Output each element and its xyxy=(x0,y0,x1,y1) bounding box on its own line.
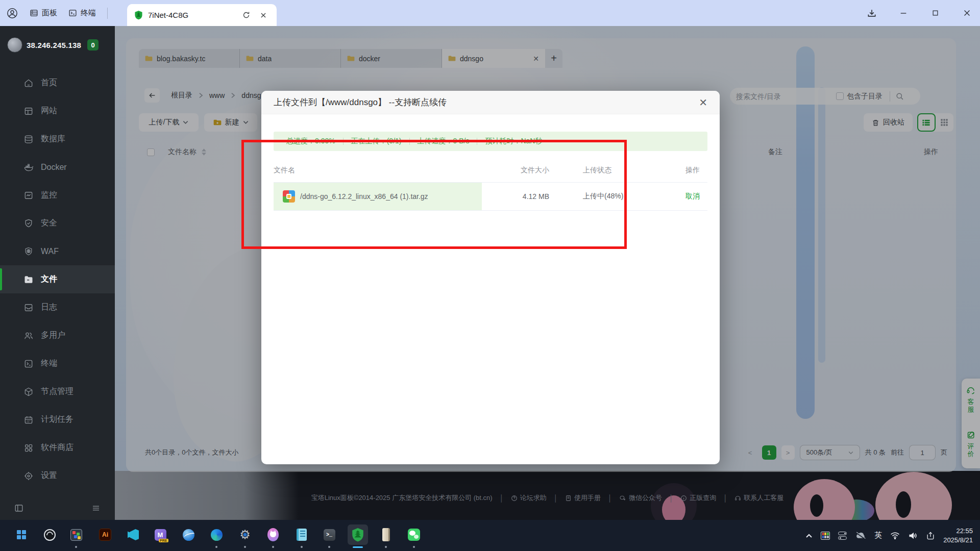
system-tray: 英 22:55 2025/8/21 xyxy=(805,520,980,551)
log-inbox-icon xyxy=(23,303,34,313)
sidebar-item-label: 多用户 xyxy=(41,330,65,341)
home-icon xyxy=(23,78,34,88)
sidebar-item-docker[interactable]: Docker xyxy=(0,153,115,181)
toggle-tray-icon[interactable] xyxy=(838,532,847,540)
titlebar-divider xyxy=(107,8,108,19)
menu-list-icon[interactable] xyxy=(91,504,101,513)
app-store-icon xyxy=(23,443,34,453)
cat-app-icon[interactable] xyxy=(263,524,283,545)
obs-icon[interactable] xyxy=(39,524,60,545)
settings-gear-icon xyxy=(23,471,34,481)
powertoys-terminal-icon[interactable] xyxy=(66,524,86,545)
upload-modal-header: 上传文件到【/www/ddnsgo】 --支持断点续传 ✕ xyxy=(261,91,720,114)
download-icon[interactable] xyxy=(866,7,878,19)
sidebar-item-label: 首页 xyxy=(41,78,57,88)
sidebar-item-settings[interactable]: 设置 xyxy=(0,462,115,490)
calendar-icon xyxy=(23,415,34,425)
clock-date: 2025/8/21 xyxy=(943,536,973,545)
sidebar-item-multiuser[interactable]: 多用户 xyxy=(0,321,115,349)
sidebar-item-home[interactable]: 首页 xyxy=(0,69,115,97)
tray-expand-icon[interactable] xyxy=(805,533,813,538)
sidebar-item-files[interactable]: 文件 xyxy=(0,265,115,293)
profile-icon[interactable] xyxy=(6,7,18,19)
session-tab-title: 7iNet-4C8G xyxy=(148,11,188,19)
sidebar-item-waf[interactable]: WAF xyxy=(0,237,115,265)
upload-modal-title: 上传文件到【/www/ddnsgo】 --支持断点续传 xyxy=(274,96,447,108)
terminal-icon xyxy=(23,359,34,369)
sidebar-item-label: 数据库 xyxy=(41,134,65,144)
edge-icon[interactable] xyxy=(206,524,227,545)
collapse-sidebar-icon[interactable] xyxy=(14,504,23,513)
users-icon xyxy=(23,331,34,341)
sidebar-item-monitor[interactable]: 监控 xyxy=(0,181,115,209)
waf-globe-shield-icon xyxy=(23,246,34,257)
annotation-rectangle xyxy=(241,140,627,249)
color-tool-tray-icon[interactable] xyxy=(821,532,830,540)
sidebar-item-website[interactable]: 网站 xyxy=(0,97,115,125)
website-icon xyxy=(23,106,34,116)
clock-time: 22:55 xyxy=(943,527,973,536)
sidebar-item-label: WAF xyxy=(41,247,59,256)
server-ip: 38.246.245.138 xyxy=(27,41,81,49)
shield-check-icon xyxy=(23,218,34,229)
terminal-menu-button[interactable]: 终端 xyxy=(68,8,96,18)
volume-icon[interactable] xyxy=(908,532,918,540)
onedrive-paused-icon[interactable] xyxy=(855,532,866,540)
wechat-icon[interactable] xyxy=(404,524,424,545)
upload-col-action: 操作 xyxy=(667,166,707,175)
sidebar-item-logs[interactable]: 日志 xyxy=(0,293,115,321)
docker-icon xyxy=(23,162,34,172)
illustrator-icon[interactable]: Ai xyxy=(95,524,115,545)
sidebar-menu: 首页 网站 数据库 Docker 监控 安全 xyxy=(0,69,115,490)
sidebar-item-label: 监控 xyxy=(41,190,57,201)
sidebar-item-label: Docker xyxy=(41,163,67,172)
session-refresh-icon[interactable] xyxy=(240,9,252,21)
cancel-upload-link[interactable]: 取消 xyxy=(685,192,700,200)
sidebar-item-database[interactable]: 数据库 xyxy=(0,125,115,153)
sidebar-item-appstore[interactable]: 软件商店 xyxy=(0,434,115,462)
sidebar-item-cron[interactable]: 计划任务 xyxy=(0,406,115,434)
session-close-icon[interactable] xyxy=(257,9,270,21)
settings-gear-icon[interactable]: ⚙ xyxy=(235,524,255,545)
panel-menu-label: 面板 xyxy=(42,8,57,18)
database-icon xyxy=(23,134,34,144)
node-cube-icon xyxy=(23,387,34,397)
wifi-icon[interactable] xyxy=(890,532,900,539)
sidebar-item-nodes[interactable]: 节点管理 xyxy=(0,378,115,406)
browser-globe-icon[interactable] xyxy=(178,524,199,545)
server-identity[interactable]: 38.246.245.138 0 xyxy=(7,37,99,53)
windows-terminal-icon[interactable]: >_ xyxy=(319,524,339,545)
bt-panel-icon[interactable] xyxy=(348,524,368,545)
terminal-icon xyxy=(68,9,77,17)
notepad-icon[interactable] xyxy=(291,524,312,545)
sidebar-item-terminal[interactable]: 终端 xyxy=(0,349,115,378)
sidebar-item-label: 设置 xyxy=(41,470,57,481)
sidebar-item-label: 网站 xyxy=(41,106,57,116)
terminal-menu-label: 终端 xyxy=(81,8,96,18)
close-window-button[interactable] xyxy=(961,7,973,19)
maximize-button[interactable] xyxy=(929,7,941,19)
m-app-icon[interactable]: MPRE xyxy=(150,524,170,545)
ime-indicator[interactable]: 英 xyxy=(874,531,882,540)
sidebar-item-label: 终端 xyxy=(41,358,57,369)
taskbar: Ai MPRE ⚙ >_ 英 22:55 2025/8/21 xyxy=(0,520,980,551)
battery-tray-icon[interactable] xyxy=(926,532,935,540)
panel-menu-button[interactable]: 面板 xyxy=(30,8,57,18)
sidebar-item-label: 文件 xyxy=(41,274,57,285)
close-modal-icon[interactable]: ✕ xyxy=(699,97,707,108)
start-button[interactable] xyxy=(11,524,32,545)
remote-desktop-titlebar: 面板 终端 7iNet-4C8G xyxy=(0,0,980,26)
notification-badge: 0 xyxy=(87,39,99,51)
sidebar-item-label: 安全 xyxy=(41,218,57,229)
sidebar-item-security[interactable]: 安全 xyxy=(0,209,115,237)
minimize-button[interactable] xyxy=(897,7,910,19)
bt-shield-icon xyxy=(134,10,143,20)
clock[interactable]: 22:55 2025/8/21 xyxy=(943,527,973,544)
vscode-icon[interactable] xyxy=(123,524,143,545)
session-tab[interactable]: 7iNet-4C8G xyxy=(127,4,277,26)
sidebar-item-label: 节点管理 xyxy=(41,386,74,397)
bt-shield-icon xyxy=(351,528,364,542)
door-app-icon[interactable] xyxy=(376,524,396,545)
panel-grid-icon xyxy=(30,9,38,17)
screen: 面板 终端 7iNet-4C8G xyxy=(0,0,980,551)
